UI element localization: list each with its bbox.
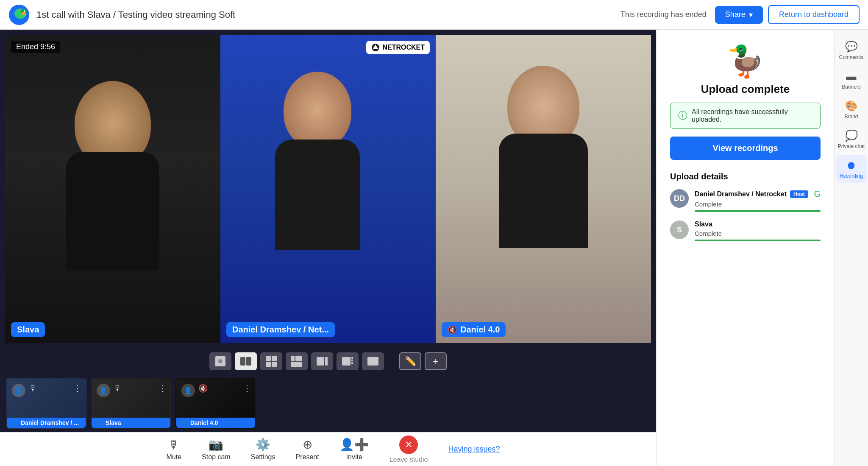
thumbnail-menu-slava[interactable]: ⋮ — [159, 384, 166, 393]
mute-button[interactable]: 🎙 Mute — [156, 434, 192, 464]
sidebar-label-banners: Banners — [842, 84, 861, 90]
host-badge-daniel: Host — [790, 190, 808, 198]
svg-point-5 — [25, 11, 25, 11]
add-layout-button[interactable]: ＋ — [425, 352, 447, 370]
svg-rect-10 — [240, 357, 245, 366]
person-icon: 👤 — [181, 419, 188, 426]
person-icon: 👤 — [96, 419, 103, 426]
upload-details-title: Upload details — [670, 172, 821, 181]
settings-button[interactable]: ⚙️ Settings — [241, 434, 286, 464]
video-feed-slava — [5, 35, 220, 343]
upload-complete-section: 🦆 Upload complete ⓘ All recordings have … — [670, 43, 821, 160]
thumbnail-mic-slava: 🎙 — [114, 384, 121, 393]
svg-rect-15 — [272, 362, 277, 367]
progress-fill-daniel — [695, 210, 821, 212]
banners-icon: ▬ — [846, 70, 857, 82]
sidebar-label-brand: Brand — [844, 114, 858, 120]
thumbnail-avatar-daniel: 👤 — [12, 384, 25, 397]
svg-rect-11 — [246, 357, 251, 366]
thumbnail-daniel[interactable]: 👤 🎙 ⋮ 👤 Daniel Dramshev / ... — [6, 378, 86, 429]
person-icon: 👤 — [11, 419, 18, 426]
progress-bar-slava — [695, 240, 821, 241]
right-panel-main: 🦆 Upload complete ⓘ All recordings have … — [657, 30, 834, 466]
thumbnail-mic-daniel: 🎙 — [29, 384, 36, 393]
main-content: Ended 9:56 Slava NETROCKET Daniel Dramsh… — [0, 30, 868, 466]
duck-icon: 🦆 — [726, 43, 765, 79]
present-button[interactable]: ⊕ Present — [286, 434, 329, 464]
thumbnail-avatar-daniel4: 👤 — [181, 384, 195, 397]
avatar-daniel: DD — [670, 189, 689, 208]
right-sidebar: 💬 Comments ▬ Banners 🎨 Brand 💭 Private c… — [834, 30, 868, 466]
detail-status-slava: Complete — [695, 230, 821, 237]
sidebar-item-private-chat[interactable]: 💭 Private chat — [836, 126, 867, 153]
layout-two-button[interactable] — [235, 352, 257, 370]
layout-focus-button[interactable] — [337, 352, 359, 370]
sidebar-item-recording[interactable]: ⏺ Recording — [836, 155, 867, 183]
progress-fill-slava — [695, 240, 821, 241]
detail-name-slava: Slava — [695, 220, 712, 228]
layout-single-button[interactable] — [209, 352, 231, 370]
participant-label-daniel4: 🔇 Daniel 4.0 — [442, 322, 506, 337]
svg-point-9 — [218, 359, 223, 363]
video-feed-daniel — [220, 35, 436, 343]
microphone-icon: 🎙 — [168, 438, 180, 452]
layout-full-button[interactable] — [362, 352, 384, 370]
thumbnail-muted-daniel4: 🔇 — [198, 384, 208, 393]
share-button[interactable]: Share ▾ — [715, 6, 763, 24]
detail-status-daniel: Complete — [695, 201, 821, 208]
invite-button[interactable]: 👤➕ Invite — [329, 434, 379, 464]
right-panel: 🦆 Upload complete ⓘ All recordings have … — [656, 30, 834, 466]
svg-rect-13 — [272, 356, 277, 361]
thumbnail-menu-daniel4[interactable]: ⋮ — [243, 384, 251, 393]
detail-info-slava: Slava Complete — [695, 220, 821, 241]
video-cell-daniel4: 🔇 Daniel 4.0 — [436, 35, 651, 343]
private-chat-icon: 💭 — [845, 130, 858, 142]
detail-info-daniel: Daniel Dramshev / Netrocket Host G Compl… — [695, 189, 821, 212]
netrocket-logo: NETROCKET — [366, 41, 430, 54]
layout-grid-button[interactable] — [286, 352, 308, 370]
success-banner: ⓘ All recordings have successfully uploa… — [670, 103, 821, 129]
thumbnail-strip: 👤 🎙 ⋮ 👤 Daniel Dramshev / ... 👤 🎙 ⋮ 👤 Sl… — [0, 374, 656, 432]
view-recordings-button[interactable]: View recordings — [670, 137, 821, 160]
sidebar-label-comments: Comments — [839, 54, 863, 60]
recording-icon: ⏺ — [846, 159, 857, 171]
header: 1st call with Slava / Testing video stre… — [0, 0, 868, 30]
progress-bar-daniel — [695, 210, 821, 212]
svg-rect-20 — [317, 357, 324, 366]
camera-icon: 📷 — [209, 438, 223, 452]
recording-status: This recording has ended — [620, 10, 707, 19]
svg-rect-25 — [351, 362, 353, 364]
netrocket-label: NETROCKET — [382, 44, 425, 51]
page-title: 1st call with Slava / Testing video stre… — [36, 9, 620, 20]
svg-rect-14 — [266, 362, 271, 367]
edit-layout-button[interactable]: ✏️ — [399, 352, 421, 370]
svg-rect-19 — [291, 362, 302, 367]
sidebar-label-private-chat: Private chat — [838, 143, 865, 149]
return-dashboard-button[interactable]: Return to dashboard — [768, 5, 860, 24]
layout-sidebar-button[interactable] — [311, 352, 333, 370]
having-issues-link[interactable]: Having issues? — [448, 445, 500, 454]
sidebar-item-comments[interactable]: 💬 Comments — [836, 36, 867, 64]
invite-icon: 👤➕ — [339, 438, 369, 452]
detail-name-row-slava: Slava — [695, 220, 821, 228]
success-message: All recordings have successfully uploade… — [692, 108, 812, 123]
thumbnail-daniel4[interactable]: 👤 🔇 ⋮ 👤 Daniel 4.0 — [175, 378, 256, 429]
sidebar-item-brand[interactable]: 🎨 Brand — [836, 96, 867, 124]
bottom-toolbar: 🎙 Mute 📷 Stop cam ⚙️ Settings ⊕ Present … — [0, 432, 656, 466]
detail-name-row-daniel: Daniel Dramshev / Netrocket Host G — [695, 189, 821, 199]
thumbnail-menu-daniel[interactable]: ⋮ — [74, 384, 81, 393]
ended-badge: Ended 9:56 — [11, 41, 60, 53]
participant-label-slava: Slava — [11, 322, 45, 337]
stop-cam-button[interactable]: 📷 Stop cam — [192, 434, 241, 464]
comments-icon: 💬 — [845, 41, 858, 53]
leave-icon-wrap: ✕ — [399, 435, 418, 454]
layout-four-button[interactable] — [260, 352, 282, 370]
sidebar-item-banners[interactable]: ▬ Banners — [836, 66, 867, 94]
brand-icon: 🎨 — [845, 100, 858, 112]
svg-point-3 — [22, 12, 26, 15]
sidebar-label-recording: Recording — [840, 173, 863, 179]
upload-details-section: Upload details DD Daniel Dramshev / Netr… — [670, 172, 821, 241]
thumbnail-slava[interactable]: 👤 🎙 ⋮ 👤 Slava — [91, 378, 171, 429]
leave-studio-button[interactable]: ✕ Leave studio — [379, 432, 438, 466]
video-cell-daniel: NETROCKET Daniel Dramshev / Net... — [220, 35, 436, 343]
